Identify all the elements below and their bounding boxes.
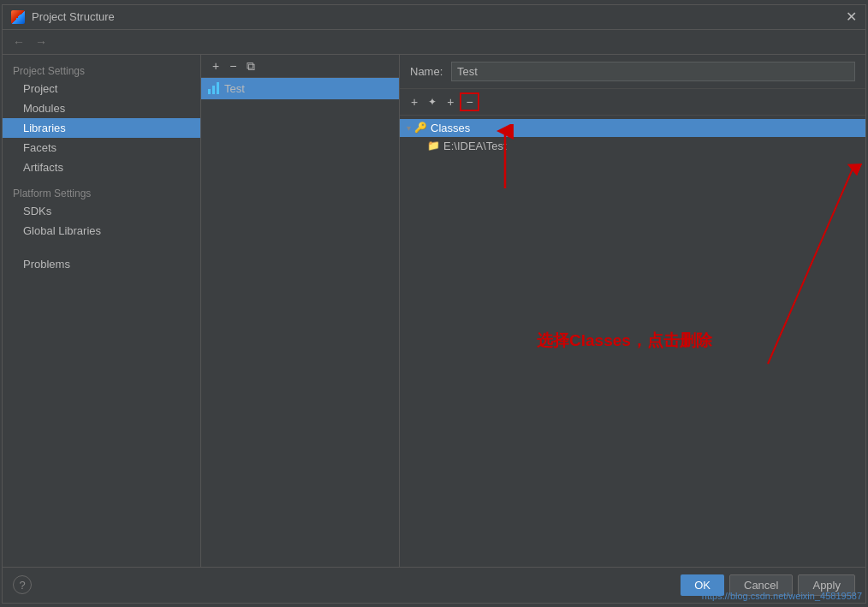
tree-row-idea-test[interactable]: 📁 E:\IDEA\Test bbox=[400, 137, 865, 155]
diagonal-arrow-svg bbox=[400, 116, 865, 567]
sidebar: Project Settings Project Modules Librari… bbox=[3, 55, 201, 567]
name-input[interactable] bbox=[451, 62, 855, 81]
help-button[interactable]: ? bbox=[13, 575, 32, 594]
bottom-left: ? bbox=[13, 575, 32, 594]
tree-area: ▾ 🔑 Classes 📁 E:\IDEA\Test bbox=[400, 116, 865, 567]
project-settings-label: Project Settings bbox=[3, 62, 200, 79]
forward-button[interactable]: → bbox=[32, 33, 51, 51]
sidebar-item-project[interactable]: Project bbox=[3, 79, 200, 98]
annotation-text: 选择Classes，点击删除 bbox=[537, 330, 712, 352]
sidebar-item-facets[interactable]: Facets bbox=[3, 138, 200, 158]
bottom-right: OK Cancel Apply bbox=[681, 574, 855, 596]
sidebar-item-facets-label: Facets bbox=[23, 141, 56, 154]
sidebar-item-artifacts-label: Artifacts bbox=[23, 161, 63, 174]
ok-button[interactable]: OK bbox=[681, 574, 724, 596]
sidebar-item-problems-label: Problems bbox=[23, 258, 70, 271]
sidebar-item-global-libraries-label: Global Libraries bbox=[23, 224, 101, 237]
tree-row-classes[interactable]: ▾ 🔑 Classes bbox=[400, 119, 865, 137]
sidebar-item-project-label: Project bbox=[23, 82, 57, 95]
add2-button[interactable]: + bbox=[443, 94, 458, 110]
remove-root-button[interactable]: − bbox=[460, 92, 479, 111]
content-split: + − ⧉ Test Name: bbox=[201, 55, 865, 567]
apply-button[interactable]: Apply bbox=[798, 574, 855, 596]
platform-settings-label: Platform Settings bbox=[3, 184, 200, 201]
sidebar-item-artifacts[interactable]: Artifacts bbox=[3, 158, 200, 177]
sidebar-item-sdks[interactable]: SDKs bbox=[3, 201, 200, 221]
nav-bar: ← → bbox=[3, 30, 865, 55]
sidebar-item-libraries-label: Libraries bbox=[23, 122, 66, 134]
dialog-title: Project Structure bbox=[32, 10, 839, 23]
app-icon bbox=[11, 10, 25, 24]
title-bar: Project Structure ✕ bbox=[3, 5, 865, 30]
main-content: Project Settings Project Modules Librari… bbox=[3, 55, 865, 567]
sidebar-item-problems[interactable]: Problems bbox=[3, 254, 200, 274]
sidebar-item-sdks-label: SDKs bbox=[23, 205, 51, 217]
library-chart-icon bbox=[208, 82, 219, 94]
tree-label-classes: Classes bbox=[431, 122, 470, 134]
project-structure-dialog: Project Structure ✕ ← → Project Settings… bbox=[2, 4, 866, 604]
name-label: Name: bbox=[410, 65, 444, 78]
expand-icon-classes: ▾ bbox=[407, 123, 411, 133]
name-row: Name: bbox=[400, 55, 865, 89]
library-list-panel: + − ⧉ Test bbox=[201, 55, 400, 567]
library-toolbar: + − ⧉ bbox=[201, 55, 399, 78]
sidebar-item-modules-label: Modules bbox=[23, 102, 65, 115]
add-root-button[interactable]: + bbox=[407, 94, 422, 110]
sidebar-item-modules[interactable]: Modules bbox=[3, 98, 200, 118]
sidebar-item-global-libraries[interactable]: Global Libraries bbox=[3, 221, 200, 241]
right-toolbar: + ✦ + − bbox=[400, 89, 865, 116]
right-main-panel: Name: + ✦ + − ▾ 🔑 Classes bbox=[400, 55, 865, 567]
close-button[interactable]: ✕ bbox=[846, 10, 857, 24]
library-item-test-label: Test bbox=[224, 82, 245, 95]
bottom-bar: ? OK Cancel Apply bbox=[3, 567, 865, 603]
add-library-button[interactable]: + bbox=[208, 58, 223, 74]
add-spec-button[interactable]: ✦ bbox=[424, 95, 441, 109]
copy-library-button[interactable]: ⧉ bbox=[242, 58, 259, 74]
remove-library-button[interactable]: − bbox=[225, 58, 241, 74]
classes-icon: 🔑 bbox=[414, 122, 427, 134]
folder-icon: 📁 bbox=[427, 140, 440, 152]
tree-label-idea-test: E:\IDEA\Test bbox=[443, 140, 507, 152]
cancel-button[interactable]: Cancel bbox=[729, 574, 793, 596]
library-item-test[interactable]: Test bbox=[201, 78, 399, 99]
back-button[interactable]: ← bbox=[9, 33, 28, 51]
svg-line-3 bbox=[768, 167, 853, 364]
sidebar-item-libraries[interactable]: Libraries bbox=[3, 118, 200, 138]
